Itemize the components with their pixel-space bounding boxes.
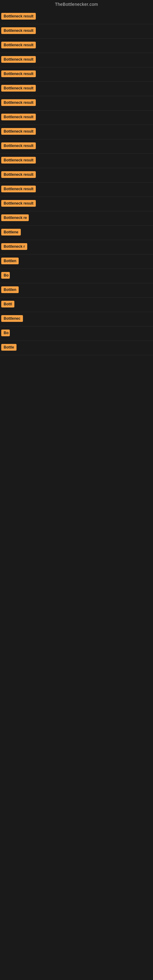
list-item: Bottleneck result — [0, 183, 153, 197]
bottleneck-result-badge[interactable]: Bottleneck result — [1, 99, 36, 106]
list-item: Bottleneck result — [0, 53, 153, 67]
list-item: Bottleneck r — [0, 240, 153, 255]
list-item: Bottl — [0, 298, 153, 312]
bottleneck-result-badge[interactable]: Bottleneck re — [1, 215, 29, 221]
list-item: Bottleneck result — [0, 168, 153, 183]
list-item: Bottleneck result — [0, 111, 153, 125]
bottleneck-result-badge[interactable]: Bottleneck result — [1, 142, 36, 149]
bottleneck-result-badge[interactable]: Bottleneck result — [1, 114, 36, 120]
list-item: Bottlen — [0, 283, 153, 298]
list-item: Bottleneck result — [0, 67, 153, 82]
bottleneck-result-badge[interactable]: Bottlen — [1, 286, 19, 293]
bottleneck-result-badge[interactable]: Bottle — [1, 344, 16, 351]
bottleneck-result-badge[interactable]: Bottleneck result — [1, 41, 36, 48]
bottleneck-result-badge[interactable]: Bottleneck result — [1, 13, 36, 20]
bottleneck-result-badge[interactable]: Bottlenec — [1, 315, 23, 322]
bottleneck-result-badge[interactable]: Bottleneck result — [1, 56, 36, 63]
list-item: Bottleneck result — [0, 82, 153, 96]
list-item: Bottlen — [0, 255, 153, 269]
list-item: Bottleneck result — [0, 139, 153, 154]
list-item: Bottleneck result — [0, 154, 153, 168]
bottleneck-result-badge[interactable]: Bottleneck result — [1, 85, 36, 92]
list-item: Bottleneck result — [0, 96, 153, 111]
list-item: Bottleneck result — [0, 125, 153, 139]
bottleneck-result-badge[interactable]: Bottleneck result — [1, 70, 36, 77]
list-item: Bottlenec — [0, 312, 153, 326]
bottleneck-result-badge[interactable]: Bottleneck r — [1, 243, 27, 250]
list-item: Bottlene — [0, 226, 153, 240]
list-item: Bottleneck result — [0, 24, 153, 38]
list-item: Bo — [0, 269, 153, 283]
bottleneck-result-badge[interactable]: Bottleneck result — [1, 200, 36, 207]
bottleneck-result-badge[interactable]: Bo — [1, 272, 10, 279]
site-title: TheBottlenecker.com — [0, 0, 153, 10]
bottleneck-result-badge[interactable]: Bottleneck result — [1, 27, 36, 34]
list-item: Bottle — [0, 341, 153, 355]
list-item: Bottleneck re — [0, 211, 153, 226]
bottleneck-result-badge[interactable]: Bottleneck result — [1, 171, 36, 178]
page-container: TheBottlenecker.com Bottleneck resultBot… — [0, 0, 153, 355]
rows-container: Bottleneck resultBottleneck resultBottle… — [0, 10, 153, 355]
bottleneck-result-badge[interactable]: Bottleneck result — [1, 157, 36, 164]
bottleneck-result-badge[interactable]: Bottlen — [1, 258, 19, 264]
bottleneck-result-badge[interactable]: Bottlene — [1, 229, 21, 235]
list-item: Bottleneck result — [0, 10, 153, 24]
bottleneck-result-badge[interactable]: Bo — [1, 329, 10, 336]
bottleneck-result-badge[interactable]: Bottleneck result — [1, 186, 36, 192]
list-item: Bottleneck result — [0, 38, 153, 53]
bottleneck-result-badge[interactable]: Bottl — [1, 301, 14, 307]
bottleneck-result-badge[interactable]: Bottleneck result — [1, 128, 36, 135]
list-item: Bottleneck result — [0, 197, 153, 211]
list-item: Bo — [0, 326, 153, 341]
